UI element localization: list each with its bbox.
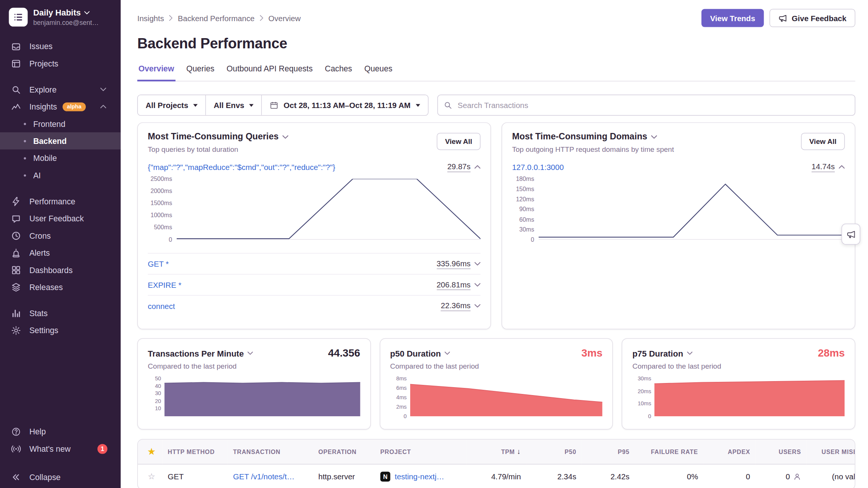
sidebar-item-label: Help <box>29 427 46 436</box>
chevron-right-icon <box>259 15 263 21</box>
query-link[interactable]: connect <box>148 301 175 310</box>
query-link[interactable]: EXPIRE * <box>148 281 181 289</box>
org-email: benjamin.coe@sent… <box>33 19 99 27</box>
lightning-icon <box>11 196 21 206</box>
sidebar-item-label: Dashboards <box>29 266 73 274</box>
projects-filter-label: All Projects <box>145 101 188 110</box>
breadcrumb-insights[interactable]: Insights <box>137 14 164 22</box>
query-total-duration: 22.36ms <box>441 301 471 311</box>
y-tick-label: 30ms <box>519 227 534 233</box>
sidebar-item-settings[interactable]: Settings <box>0 322 121 339</box>
project-link[interactable]: testing-nextj… <box>395 473 444 481</box>
column-header-transaction[interactable]: TRANSACTION <box>227 440 313 464</box>
y-tick-label: 6ms <box>396 385 407 391</box>
search-transactions-input[interactable] <box>437 95 855 116</box>
insights-icon <box>11 102 21 111</box>
metric-title-row[interactable]: p75 Duration <box>632 349 692 358</box>
chevron-down-icon <box>445 352 450 355</box>
sidebar-item-help[interactable]: Help <box>0 423 121 440</box>
sidebar-item-performance[interactable]: Performance <box>0 193 121 210</box>
domain-link[interactable]: 127.0.0.1:3000 <box>512 162 564 171</box>
feedback-widget-button[interactable] <box>842 224 860 245</box>
y-tick-label: 10 <box>155 406 161 412</box>
query-link[interactable]: {"map":"?","mapReduce":"$cmd","out":"?",… <box>148 162 335 171</box>
give-feedback-button[interactable]: Give Feedback <box>769 9 855 27</box>
sidebar-item-ai[interactable]: AI <box>0 167 121 184</box>
transactions-table: ★ HTTP METHOD TRANSACTION OPERATION PROJ… <box>137 439 855 488</box>
view-trends-button[interactable]: View Trends <box>701 9 764 27</box>
sidebar-item-alerts[interactable]: Alerts <box>0 244 121 261</box>
y-tick-label: 120ms <box>516 196 534 202</box>
gear-icon <box>11 325 21 335</box>
cell-users: 0 <box>786 473 790 481</box>
p75-duration-card: p75 Duration 28ms Compared to the last p… <box>622 338 855 429</box>
query-total-duration: 335.96ms <box>437 259 471 269</box>
sidebar-item-stats[interactable]: Stats <box>0 304 121 321</box>
chevron-down-icon[interactable] <box>474 262 480 266</box>
sidebar-item-crons[interactable]: Crons <box>0 227 121 244</box>
chevron-up-icon[interactable] <box>474 165 480 169</box>
screen: Daily Habits benjamin.coe@sent… Issues P… <box>0 0 868 488</box>
sidebar-item-user-feedback[interactable]: User Feedback <box>0 210 121 227</box>
chevron-up-icon <box>100 105 106 108</box>
column-header-p50[interactable]: P50 <box>527 440 582 464</box>
y-tick-label: 50 <box>155 376 161 381</box>
sidebar-item-mobile[interactable]: Mobile <box>0 150 121 167</box>
chart-plot <box>655 378 845 416</box>
y-tick-label: 2500ms <box>150 176 172 182</box>
sidebar-item-releases[interactable]: Releases <box>0 278 121 295</box>
sidebar-item-explore[interactable]: Explore <box>0 81 121 98</box>
star-filled-icon[interactable]: ★ <box>148 446 155 456</box>
panel-title-row[interactable]: Most Time-Consuming Queries <box>148 132 289 142</box>
tab-overview[interactable]: Overview <box>137 64 175 81</box>
star-outline-icon[interactable]: ☆ <box>148 472 155 481</box>
sidebar-item-frontend[interactable]: Frontend <box>0 115 121 132</box>
date-range-filter[interactable]: Oct 28, 11:13 AM–Oct 28, 11:19 AM <box>262 95 428 115</box>
projects-filter[interactable]: All Projects <box>138 95 206 115</box>
chevron-down-icon[interactable] <box>474 283 480 287</box>
tab-outbound-api-requests[interactable]: Outbound API Requests <box>225 64 314 81</box>
chevron-up-icon[interactable] <box>839 165 845 169</box>
transactions-per-minute-card: Transactions Per Minute 44.356 Compared … <box>137 338 371 429</box>
sidebar-item-dashboards[interactable]: Dashboards <box>0 261 121 278</box>
tab-caches[interactable]: Caches <box>324 64 353 81</box>
sidebar-item-issues[interactable]: Issues <box>0 38 121 55</box>
metric-title-row[interactable]: Transactions Per Minute <box>148 349 253 358</box>
metric-title-row[interactable]: p50 Duration <box>390 349 450 358</box>
chevron-down-icon[interactable] <box>474 304 480 308</box>
column-header-project[interactable]: PROJECT <box>375 440 466 464</box>
breadcrumb-backend-performance[interactable]: Backend Performance <box>178 14 255 22</box>
column-header-p95[interactable]: P95 <box>582 440 635 464</box>
query-link[interactable]: GET * <box>148 259 169 268</box>
domain-time-chart: 180ms150ms120ms90ms60ms30ms0 <box>512 179 845 240</box>
transaction-link[interactable]: GET /v1/notes/t… <box>233 473 295 481</box>
sidebar-item-insights[interactable]: Insights alpha <box>0 98 121 115</box>
sidebar-collapse-button[interactable]: Collapse <box>0 466 121 488</box>
tab-queues[interactable]: Queues <box>363 64 393 81</box>
view-all-button[interactable]: View All <box>801 133 845 150</box>
environments-filter[interactable]: All Envs <box>206 95 262 115</box>
tab-queries[interactable]: Queries <box>185 64 215 81</box>
column-header-operation[interactable]: OPERATION <box>313 440 375 464</box>
sidebar-item-projects[interactable]: Projects <box>0 55 121 72</box>
chevron-down-icon <box>84 11 90 14</box>
sidebar-item-whats-new[interactable]: What's new 1 <box>0 440 121 457</box>
column-header-tpm[interactable]: TPM↓ <box>467 440 527 464</box>
y-axis-labels: 30ms20ms10ms0 <box>632 378 655 416</box>
column-header-http-method[interactable]: HTTP METHOD <box>162 440 227 464</box>
sidebar-item-label: Settings <box>29 326 59 335</box>
speech-bubble-icon <box>11 213 21 223</box>
sidebar-nav: Issues Projects Explore Insights alpha F… <box>0 38 121 339</box>
org-switcher[interactable]: Daily Habits benjamin.coe@sent… <box>0 0 121 32</box>
projects-icon <box>11 59 21 68</box>
column-header-apdex[interactable]: APDEX <box>704 440 756 464</box>
query-row: GET *335.96ms <box>148 253 480 274</box>
column-header-failure-rate[interactable]: FAILURE RATE <box>635 440 704 464</box>
sidebar-item-backend[interactable]: Backend <box>0 132 121 149</box>
column-header-users[interactable]: USERS <box>756 440 807 464</box>
column-header-user-misery[interactable]: USER MISERY <box>806 440 855 464</box>
panel-title-row[interactable]: Most Time-Consuming Domains <box>512 132 674 142</box>
metric-title: p75 Duration <box>632 349 683 358</box>
megaphone-icon <box>778 14 787 22</box>
view-all-button[interactable]: View All <box>437 133 480 150</box>
